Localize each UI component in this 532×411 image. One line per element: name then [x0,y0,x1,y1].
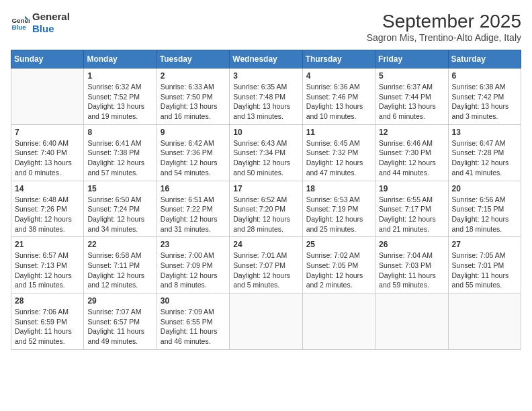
day-cell [302,293,375,350]
week-row-1: 1Sunrise: 6:32 AM Sunset: 7:52 PM Daylig… [11,68,521,125]
day-cell: 30Sunrise: 7:09 AM Sunset: 6:55 PM Dayli… [157,293,229,350]
month-title: September 2025 [367,11,521,32]
day-cell: 8Sunrise: 6:41 AM Sunset: 7:38 PM Daylig… [84,124,157,181]
calendar-body: 1Sunrise: 6:32 AM Sunset: 7:52 PM Daylig… [11,68,521,350]
day-cell: 19Sunrise: 6:55 AM Sunset: 7:17 PM Dayli… [375,181,448,237]
day-info: Sunrise: 6:57 AM Sunset: 7:13 PM Dayligh… [15,250,80,290]
day-info: Sunrise: 6:37 AM Sunset: 7:44 PM Dayligh… [379,82,444,122]
day-number: 4 [306,71,371,81]
day-cell: 7Sunrise: 6:40 AM Sunset: 7:40 PM Daylig… [11,124,84,181]
day-number: 15 [87,184,152,193]
day-cell: 18Sunrise: 6:53 AM Sunset: 7:19 PM Dayli… [302,181,375,237]
day-info: Sunrise: 7:02 AM Sunset: 7:05 PM Dayligh… [306,250,371,290]
day-number: 13 [452,128,517,137]
day-info: Sunrise: 6:53 AM Sunset: 7:19 PM Dayligh… [306,195,371,234]
day-cell: 26Sunrise: 7:04 AM Sunset: 7:03 PM Dayli… [375,237,448,293]
day-cell: 12Sunrise: 6:46 AM Sunset: 7:30 PM Dayli… [375,124,448,181]
header-row: SundayMondayTuesdayWednesdayThursdayFrid… [11,50,521,68]
header-day-saturday: Saturday [448,50,521,68]
day-number: 2 [161,71,226,81]
day-number: 5 [379,71,444,81]
page-header: General Blue General Blue September 2025… [11,11,521,43]
day-cell: 22Sunrise: 6:58 AM Sunset: 7:11 PM Dayli… [84,237,157,293]
header-day-tuesday: Tuesday [157,50,229,68]
day-cell: 2Sunrise: 6:33 AM Sunset: 7:50 PM Daylig… [157,68,229,125]
day-info: Sunrise: 6:43 AM Sunset: 7:34 PM Dayligh… [233,138,298,178]
day-cell: 11Sunrise: 6:45 AM Sunset: 7:32 PM Dayli… [302,124,375,181]
day-cell: 6Sunrise: 6:38 AM Sunset: 7:42 PM Daylig… [448,68,521,125]
day-number: 18 [306,184,371,193]
day-info: Sunrise: 6:35 AM Sunset: 7:48 PM Dayligh… [233,82,298,122]
day-cell: 29Sunrise: 7:07 AM Sunset: 6:57 PM Dayli… [84,293,157,350]
day-number: 28 [15,296,80,306]
logo-general: General [32,11,70,23]
day-number: 12 [379,128,444,137]
day-info: Sunrise: 7:01 AM Sunset: 7:07 PM Dayligh… [233,250,298,290]
day-info: Sunrise: 6:50 AM Sunset: 7:24 PM Dayligh… [87,195,152,234]
day-cell: 15Sunrise: 6:50 AM Sunset: 7:24 PM Dayli… [84,181,157,237]
day-cell: 13Sunrise: 6:47 AM Sunset: 7:28 PM Dayli… [448,124,521,181]
day-cell [11,68,84,125]
day-cell: 16Sunrise: 6:51 AM Sunset: 7:22 PM Dayli… [157,181,229,237]
day-info: Sunrise: 6:40 AM Sunset: 7:40 PM Dayligh… [15,138,80,178]
day-cell: 10Sunrise: 6:43 AM Sunset: 7:34 PM Dayli… [230,124,302,181]
header-day-friday: Friday [375,50,448,68]
day-number: 20 [452,184,517,193]
day-info: Sunrise: 7:05 AM Sunset: 7:01 PM Dayligh… [452,250,517,290]
day-number: 26 [379,240,444,249]
week-row-4: 21Sunrise: 6:57 AM Sunset: 7:13 PM Dayli… [11,237,521,293]
title-block: September 2025 Sagron Mis, Trentino-Alto… [367,11,521,43]
svg-text:Blue: Blue [11,24,26,31]
day-number: 3 [233,71,298,81]
day-number: 24 [233,240,298,249]
day-cell: 27Sunrise: 7:05 AM Sunset: 7:01 PM Dayli… [448,237,521,293]
header-day-monday: Monday [84,50,157,68]
header-day-thursday: Thursday [302,50,375,68]
day-info: Sunrise: 6:45 AM Sunset: 7:32 PM Dayligh… [306,138,371,178]
day-number: 25 [306,240,371,249]
day-number: 17 [233,184,298,193]
day-cell: 24Sunrise: 7:01 AM Sunset: 7:07 PM Dayli… [230,237,302,293]
day-number: 11 [306,128,371,137]
day-info: Sunrise: 6:47 AM Sunset: 7:28 PM Dayligh… [452,138,517,178]
day-info: Sunrise: 6:56 AM Sunset: 7:15 PM Dayligh… [452,195,517,234]
day-number: 6 [452,71,517,81]
day-number: 23 [161,240,226,249]
day-cell: 5Sunrise: 6:37 AM Sunset: 7:44 PM Daylig… [375,68,448,125]
day-info: Sunrise: 6:41 AM Sunset: 7:38 PM Dayligh… [87,138,152,178]
day-info: Sunrise: 6:42 AM Sunset: 7:36 PM Dayligh… [161,138,226,178]
calendar-table: SundayMondayTuesdayWednesdayThursdayFrid… [11,50,521,350]
day-number: 10 [233,128,298,137]
day-info: Sunrise: 6:32 AM Sunset: 7:52 PM Dayligh… [87,82,152,122]
day-cell: 21Sunrise: 6:57 AM Sunset: 7:13 PM Dayli… [11,237,84,293]
logo: General Blue General Blue [11,11,70,35]
header-day-sunday: Sunday [11,50,84,68]
day-info: Sunrise: 6:52 AM Sunset: 7:20 PM Dayligh… [233,195,298,234]
day-info: Sunrise: 6:33 AM Sunset: 7:50 PM Dayligh… [161,82,226,122]
day-number: 27 [452,240,517,249]
day-number: 1 [87,71,152,81]
day-cell: 25Sunrise: 7:02 AM Sunset: 7:05 PM Dayli… [302,237,375,293]
day-cell: 28Sunrise: 7:06 AM Sunset: 6:59 PM Dayli… [11,293,84,350]
day-cell [375,293,448,350]
day-info: Sunrise: 6:51 AM Sunset: 7:22 PM Dayligh… [161,195,226,234]
logo-icon: General Blue [11,13,30,32]
day-info: Sunrise: 6:48 AM Sunset: 7:26 PM Dayligh… [15,195,80,234]
day-cell: 9Sunrise: 6:42 AM Sunset: 7:36 PM Daylig… [157,124,229,181]
day-number: 22 [87,240,152,249]
day-info: Sunrise: 6:38 AM Sunset: 7:42 PM Dayligh… [452,82,517,122]
day-cell: 1Sunrise: 6:32 AM Sunset: 7:52 PM Daylig… [84,68,157,125]
day-info: Sunrise: 6:46 AM Sunset: 7:30 PM Dayligh… [379,138,444,178]
day-info: Sunrise: 7:00 AM Sunset: 7:09 PM Dayligh… [161,250,226,290]
day-info: Sunrise: 7:04 AM Sunset: 7:03 PM Dayligh… [379,250,444,290]
day-number: 14 [15,184,80,193]
day-info: Sunrise: 7:09 AM Sunset: 6:55 PM Dayligh… [161,307,226,347]
day-number: 7 [15,128,80,137]
day-info: Sunrise: 6:58 AM Sunset: 7:11 PM Dayligh… [87,250,152,290]
day-number: 8 [87,128,152,137]
day-cell: 17Sunrise: 6:52 AM Sunset: 7:20 PM Dayli… [230,181,302,237]
day-info: Sunrise: 6:36 AM Sunset: 7:46 PM Dayligh… [306,82,371,122]
day-cell: 14Sunrise: 6:48 AM Sunset: 7:26 PM Dayli… [11,181,84,237]
logo-blue: Blue [32,23,70,35]
day-number: 21 [15,240,80,249]
